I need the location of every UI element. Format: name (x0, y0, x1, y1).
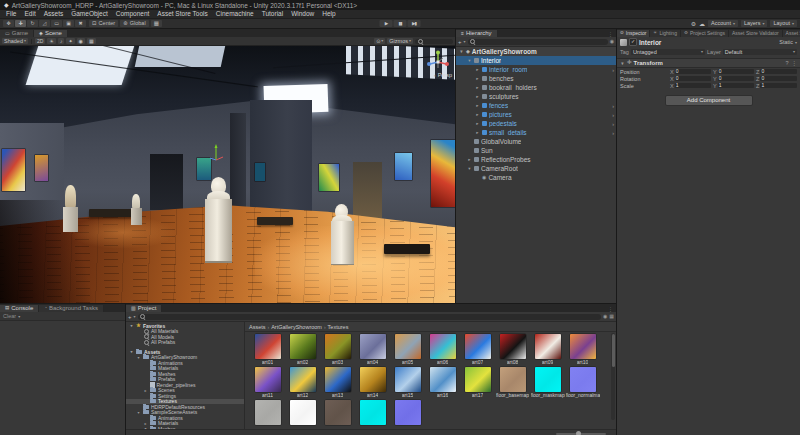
rotation-x-field[interactable]: 0 (675, 76, 711, 81)
hierarchy-item-interior-room[interactable]: ▸interior_room› (456, 65, 616, 74)
add-component-button[interactable]: Add Component (665, 95, 753, 106)
pan-tool-button[interactable]: ✥ (3, 20, 14, 27)
pivot-toggle-button[interactable]: ⊡ Center (89, 20, 118, 27)
create-object-button[interactable]: + (458, 39, 462, 45)
snap-settings-button[interactable]: ▦ (151, 20, 162, 27)
prefab-open-arrow-icon[interactable]: › (612, 121, 614, 127)
hierarchy-search-input[interactable] (468, 39, 608, 45)
texture-item-art14[interactable]: art14 (355, 367, 390, 400)
help-icon[interactable]: ? (785, 60, 788, 66)
step-button[interactable]: ▶▮ (408, 20, 421, 27)
rotation-z-field[interactable]: 0 (760, 76, 797, 81)
breadcrumb-textures[interactable]: Textures (328, 324, 349, 330)
menu-file[interactable]: File (2, 10, 20, 18)
arrow-open-icon[interactable]: ▾ (459, 49, 464, 54)
perspective-label[interactable]: ‹ Persp (434, 72, 452, 78)
hierarchy-scene-row[interactable]: ▾ ◈ ArtGalleryShowroom (456, 47, 616, 56)
hierarchy-item-pedestals[interactable]: ▸pedestals› (456, 119, 616, 128)
prefab-open-arrow-icon[interactable]: › (612, 130, 614, 136)
active-checkbox[interactable]: ✓ (629, 38, 637, 46)
arrow-closed-icon[interactable]: ▸ (143, 421, 148, 426)
prefab-open-arrow-icon[interactable]: › (612, 103, 614, 109)
transform-tool-button[interactable]: ▣ (63, 20, 74, 27)
tag-dropdown[interactable]: Untagged ▾ (631, 49, 705, 55)
tab-lighting[interactable]: ☀Lighting (650, 30, 681, 37)
hierarchy-item-sun[interactable]: Sun (456, 146, 616, 155)
tab-asset-store-uploader[interactable]: Asset Store Uploader (783, 30, 800, 37)
arrow-closed-icon[interactable]: ▸ (475, 76, 480, 81)
tab-project-settings[interactable]: ⚙Project Settings (681, 30, 729, 37)
tab-game[interactable]: ▭Game (0, 30, 34, 37)
hidden-packages-icon[interactable]: ◉ (603, 314, 607, 319)
scene-viewport[interactable]: ‹ Persp (0, 46, 455, 303)
services-icon[interactable]: ⚙ (691, 20, 696, 27)
texture-item-floor-basemap[interactable]: floor_basemap (495, 367, 530, 400)
custom-tool-button[interactable]: ✖ (75, 20, 86, 27)
hierarchy-item-interior[interactable]: ▾Interior (456, 56, 616, 65)
tab-hierarchy[interactable]: ≡ Hierarchy (456, 30, 498, 37)
hierarchy-item-sculptures[interactable]: ▸sculptures (456, 92, 616, 101)
texture-item-art11[interactable]: art11 (250, 367, 285, 400)
position-x-field[interactable]: 0 (675, 69, 711, 74)
arrow-closed-icon[interactable]: ▸ (467, 157, 472, 162)
texture-item-art05[interactable]: art05 (390, 334, 425, 367)
scene-visibility-icon[interactable]: ◉ (610, 39, 614, 44)
scene-search-input[interactable] (415, 39, 453, 44)
tab-project[interactable]: ▥ Project (126, 305, 162, 312)
texture-item-floor-maskmap[interactable]: floor_maskmap (530, 367, 565, 400)
menu-help[interactable]: Help (318, 10, 339, 18)
menu-window[interactable]: Window (287, 10, 318, 18)
texture-swatch[interactable] (390, 400, 425, 429)
arrow-closed-icon[interactable]: ▸ (475, 67, 480, 72)
texture-item-art02[interactable]: art02 (285, 334, 320, 367)
arrow-closed-icon[interactable]: ▸ (475, 112, 480, 117)
texture-item-floor-normalmap[interactable]: floor_normalmap (565, 367, 600, 400)
arrow-open-icon[interactable]: ▾ (467, 58, 472, 63)
position-y-field[interactable]: 0 (718, 69, 754, 74)
tab-scene[interactable]: ◈Scene (34, 30, 68, 37)
shading-mode-dropdown[interactable]: Shaded ▾ (2, 38, 28, 44)
arrow-closed-icon[interactable]: ▸ (143, 388, 148, 393)
arrow-closed-icon[interactable]: ▸ (475, 121, 480, 126)
scale-y-field[interactable]: 1 (718, 83, 754, 88)
texture-item-art12[interactable]: art12 (285, 367, 320, 400)
arrow-open-icon[interactable]: ▾ (136, 410, 141, 415)
orientation-toggle-button[interactable]: ⊚ Global (120, 20, 149, 27)
prefab-open-arrow-icon[interactable]: › (612, 67, 614, 73)
layer-dropdown[interactable]: Default ▾ (723, 49, 797, 55)
texture-swatch[interactable] (320, 400, 355, 429)
arrow-closed-icon[interactable]: ▸ (475, 103, 480, 108)
lighting-toggle-button[interactable]: ☀ (47, 38, 55, 44)
static-dropdown[interactable]: Static ▾ (779, 39, 797, 45)
menu-assets[interactable]: Assets (40, 10, 68, 18)
arrow-open-icon[interactable]: ▾ (129, 323, 134, 328)
menu-asset-store-tools[interactable]: Asset Store Tools (153, 10, 211, 18)
object-name[interactable]: Interior (639, 39, 661, 46)
arrow-closed-icon[interactable]: ▸ (475, 130, 480, 135)
scale-x-field[interactable]: 1 (675, 83, 711, 88)
arrow-closed-icon[interactable]: ▸ (475, 94, 480, 99)
2d-toggle-button[interactable]: 2D (35, 38, 45, 44)
thumbnail-zoom-slider[interactable] (556, 433, 606, 435)
texture-item-art07[interactable]: art07 (460, 334, 495, 367)
position-z-field[interactable]: 0 (760, 69, 797, 74)
cloud-icon[interactable]: ☁ (699, 20, 705, 27)
breadcrumb-assets[interactable]: Assets (249, 324, 266, 330)
hidden-objects-button[interactable]: ◉ (77, 38, 85, 44)
hierarchy-item-bookrail-holders[interactable]: ▸bookrail_holders (456, 83, 616, 92)
hierarchy-item-cameraroot[interactable]: ▾CameraRoot (456, 164, 616, 173)
gizmos-dropdown[interactable]: Gizmos ▾ (387, 38, 413, 44)
clear-button[interactable]: Clear (3, 313, 16, 319)
project-tree-item-all-prefabs[interactable]: All Prefabs (126, 340, 244, 346)
texture-item-art03[interactable]: art03 (320, 334, 355, 367)
hierarchy-item-benches[interactable]: ▸benches (456, 74, 616, 83)
layout-dropdown[interactable]: Layout ▾ (770, 20, 797, 27)
project-search-input[interactable] (138, 314, 601, 320)
create-asset-button[interactable]: + (128, 314, 132, 320)
grid-scrollbar[interactable] (611, 333, 615, 420)
texture-item-art09[interactable]: art09 (530, 334, 565, 367)
rotation-y-field[interactable]: 0 (718, 76, 754, 81)
slider-knob[interactable] (576, 431, 581, 435)
menu-gameobject[interactable]: GameObject (67, 10, 112, 18)
hierarchy-item-pictures[interactable]: ▸pictures› (456, 110, 616, 119)
